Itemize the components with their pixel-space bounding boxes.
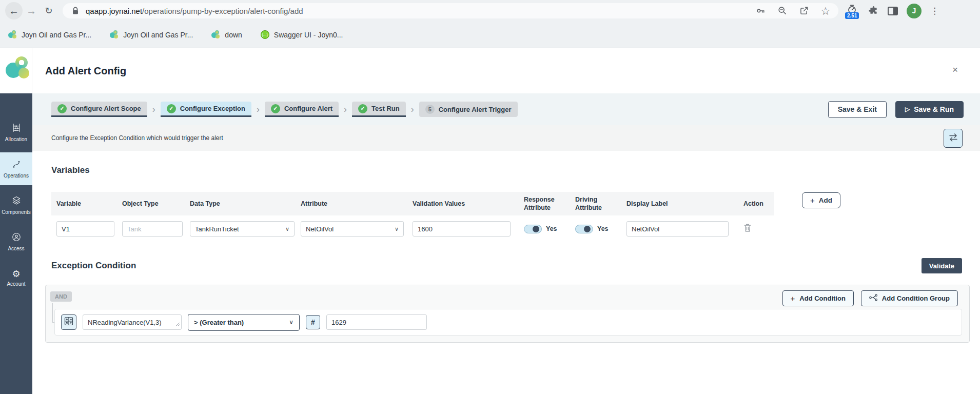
main-content: Variables Variable Object Type Data Type… <box>32 151 980 394</box>
variables-table: Variable Object Type Data Type Attribute… <box>51 192 970 237</box>
sidebar-item-operations[interactable]: Operations <box>0 152 32 185</box>
sidebar-item-account[interactable]: ⚙ Account <box>0 262 32 294</box>
validation-values-input[interactable] <box>413 221 511 237</box>
step-label: Configure Alert <box>284 105 332 112</box>
bookmark-item[interactable]: Joyn Oil and Gas Pr... <box>8 30 91 39</box>
display-label-input[interactable] <box>626 221 729 237</box>
key-icon[interactable] <box>755 5 767 16</box>
bookmark-item[interactable]: down <box>211 30 242 39</box>
sidebar-item-allocation[interactable]: Allocation <box>0 116 32 149</box>
swagger-favicon: {…} <box>261 30 269 39</box>
branch-icon <box>869 294 877 303</box>
address-bar[interactable]: qaapp.joynai.net/operations/pump-by-exce… <box>63 3 838 18</box>
delete-row-button[interactable] <box>738 223 774 234</box>
value-type-button[interactable]: # <box>306 315 320 329</box>
bookmark-star-icon[interactable]: ☆ <box>820 5 831 16</box>
col-validation-values: Validation Values <box>407 196 519 211</box>
sidebar-label: Access <box>8 246 24 251</box>
chevron-down-icon: ∨ <box>395 226 399 232</box>
bookmark-item[interactable]: Joyn Oil and Gas Pr... <box>110 30 193 39</box>
resize-handle-icon[interactable] <box>176 319 180 328</box>
swap-arrows-icon <box>948 133 959 144</box>
col-display-label: Display Label <box>621 196 738 211</box>
attribute-select[interactable]: NetOilVol ∨ <box>301 221 404 237</box>
step-check-icon: ✓ <box>167 104 176 113</box>
save-exit-button[interactable]: Save & Exit <box>828 101 887 118</box>
joyn-favicon <box>8 30 17 39</box>
operator-value: > (Greater than) <box>194 319 244 326</box>
page-title: Add Alert Config <box>45 65 126 77</box>
step-configure-exception[interactable]: ✓ Configure Exception <box>161 102 251 117</box>
col-driving-attribute: Driving Attribute <box>570 192 621 215</box>
back-button[interactable]: ← <box>5 2 23 19</box>
add-condition-button[interactable]: + Add Condition <box>782 290 854 306</box>
col-response-attribute: Response Attribute <box>519 192 570 215</box>
swap-view-button[interactable] <box>944 129 963 148</box>
variable-row: TankRunTicket ∨ NetOilVol ∨ <box>51 221 774 237</box>
logo-column <box>0 48 32 93</box>
profile-avatar[interactable]: J <box>907 4 922 18</box>
add-variable-button[interactable]: + Add <box>802 192 840 208</box>
app-header: Add Alert Config × <box>0 48 980 93</box>
sidebar-item-access[interactable]: Access <box>0 225 32 258</box>
step-check-icon: ✓ <box>358 104 367 113</box>
step-number-badge: 5 <box>425 105 435 114</box>
data-type-select[interactable]: TankRunTicket ∨ <box>190 221 295 237</box>
formula-builder-button[interactable] <box>61 314 76 330</box>
reload-button[interactable]: ↻ <box>40 2 57 19</box>
sidebar-label: Allocation <box>5 136 27 142</box>
lock-icon <box>70 5 81 16</box>
validate-button[interactable]: Validate <box>922 258 962 273</box>
step-configure-alert-trigger[interactable]: 5 Configure Alert Trigger <box>419 102 518 117</box>
condition-value-input[interactable] <box>326 314 427 330</box>
bookmark-item[interactable]: {…} Swagger UI - Joyn0... <box>261 30 343 39</box>
add-condition-group-button[interactable]: Add Condition Group <box>861 290 958 306</box>
zoom-out-icon[interactable] <box>777 5 788 16</box>
zoom-level-badge: 2.51 <box>845 12 859 19</box>
meter-extension-icon[interactable]: 2.51 <box>847 4 859 17</box>
joyn-logo <box>6 55 30 85</box>
variables-table-header: Variable Object Type Data Type Attribute… <box>51 192 774 215</box>
step-label: Configure Alert Trigger <box>439 106 512 113</box>
share-icon[interactable] <box>798 5 810 16</box>
driving-attribute-toggle[interactable] <box>575 225 593 233</box>
response-attribute-toggle[interactable] <box>524 225 542 233</box>
trash-icon <box>743 223 752 234</box>
browser-window: ← → ↻ qaapp.joynai.net/operations/pump-b… <box>0 0 980 394</box>
step-configure-alert[interactable]: ✓ Configure Alert <box>265 102 339 117</box>
browser-menu-icon[interactable]: ⋮ <box>930 6 939 16</box>
condition-formula-input[interactable] <box>83 314 182 330</box>
add-condition-label: Add Condition <box>799 294 846 302</box>
extensions-puzzle-icon[interactable] <box>868 5 879 16</box>
toggle-label: Yes <box>597 225 609 232</box>
operator-select[interactable]: > (Greater than) ∨ <box>188 314 300 331</box>
plus-icon: + <box>810 196 815 205</box>
group-operator-chip[interactable]: AND <box>50 291 72 302</box>
step-separator-icon: › <box>152 104 155 115</box>
bookmark-label: Swagger UI - Joyn0... <box>274 31 343 39</box>
col-action: Action <box>738 196 774 211</box>
col-object-type: Object Type <box>117 196 185 211</box>
col-data-type: Data Type <box>185 196 296 211</box>
bookmarks-bar: Joyn Oil and Gas Pr... Joyn Oil and Gas … <box>0 22 980 48</box>
browser-toolbar: ← → ↻ qaapp.joynai.net/operations/pump-b… <box>0 0 980 22</box>
gear-icon: ⚙ <box>12 269 20 279</box>
save-run-button[interactable]: ▷ Save & Run <box>895 101 964 118</box>
variable-input[interactable] <box>56 221 114 237</box>
step-label: Test Run <box>371 105 400 112</box>
forward-button[interactable]: → <box>23 2 40 19</box>
joyn-favicon <box>211 30 220 39</box>
side-panel-icon[interactable] <box>888 7 898 15</box>
sidebar-item-components[interactable]: Components <box>0 189 32 222</box>
object-type-input[interactable] <box>122 221 183 237</box>
bookmark-label: Joyn Oil and Gas Pr... <box>123 31 193 39</box>
app-sidebar: Allocation Operations Components Access <box>0 93 32 394</box>
step-check-icon: ✓ <box>57 104 67 113</box>
close-icon[interactable]: × <box>952 65 958 74</box>
step-test-run[interactable]: ✓ Test Run <box>352 102 406 117</box>
step-configure-alert-scope[interactable]: ✓ Configure Alert Scope <box>51 102 147 117</box>
toggle-label: Yes <box>546 225 557 232</box>
sidebar-label: Operations <box>4 173 29 179</box>
plus-icon: + <box>791 294 795 303</box>
save-run-label: Save & Run <box>914 105 954 113</box>
